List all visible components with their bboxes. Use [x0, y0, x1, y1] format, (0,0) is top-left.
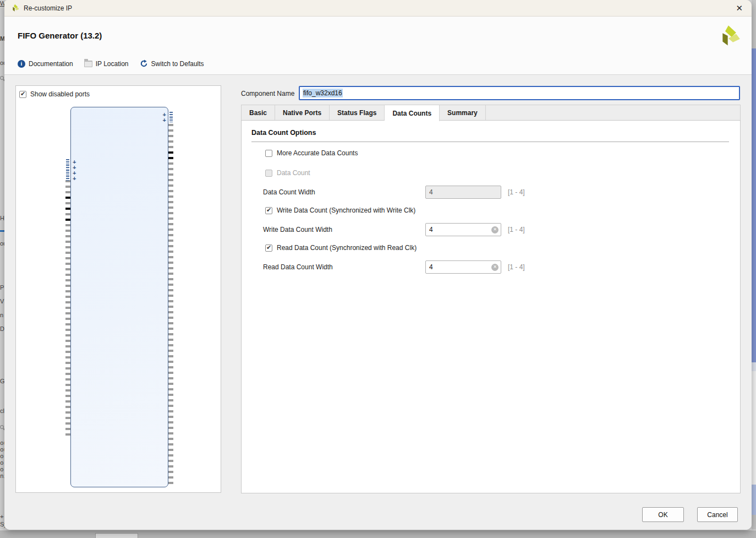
section-title: Data Count Options — [251, 129, 316, 137]
expand-port-group-icon[interactable]: + — [163, 112, 166, 117]
tab-summary[interactable]: Summary — [440, 105, 486, 121]
ip-title: FIFO Generator (13.2) — [18, 31, 102, 40]
background-panel-fragment — [752, 485, 756, 515]
tab-basic[interactable]: Basic — [242, 105, 275, 121]
dialog-title: Re-customize IP — [24, 4, 72, 12]
background-panel-fragment — [752, 362, 756, 371]
read-data-count-width-range: [1 - 4] — [508, 260, 525, 274]
search-icon — [0, 76, 4, 80]
clear-icon[interactable]: ✕ — [491, 264, 498, 271]
component-name-value: fifo_w32xd16 — [303, 89, 343, 97]
component-name-input[interactable]: fifo_w32xd16 — [299, 86, 740, 100]
expand-port-group-icon[interactable]: + — [73, 160, 76, 164]
background-text-fragment: P — [0, 284, 4, 291]
write-data-count-label: Write Data Count (Synchronized with Writ… — [277, 206, 415, 214]
write-data-count-checkbox[interactable]: Write Data Count (Synchronized with Writ… — [265, 206, 415, 214]
switch-to-defaults-button[interactable]: Switch to Defaults — [140, 59, 204, 68]
background-text-fragment: n — [0, 312, 3, 318]
show-disabled-ports-checkbox[interactable]: Show disabled ports — [19, 90, 90, 98]
data-count-width-label: Data Count Width — [263, 186, 315, 199]
expand-port-group-icon[interactable]: + — [73, 171, 76, 175]
ip-symbol-block[interactable]: ++++++ — [70, 107, 168, 487]
read-data-count-checkbox[interactable]: Read Data Count (Synchronized with Read … — [265, 244, 417, 252]
checkbox-icon[interactable] — [265, 150, 272, 157]
xilinx-icon — [11, 4, 19, 12]
tab-data-counts[interactable]: Data Counts — [385, 105, 440, 121]
data-count-checkbox: Data Count — [265, 169, 310, 177]
tab-bar: Basic Native Ports Status Flags Data Cou… — [241, 105, 741, 121]
expand-port-group-icon[interactable]: + — [73, 165, 76, 170]
clear-icon[interactable]: ✕ — [491, 226, 498, 233]
checkbox-icon[interactable] — [265, 244, 272, 252]
toolbar: i Documentation IP Location Switch to De… — [18, 59, 204, 68]
info-icon: i — [18, 60, 25, 68]
refresh-icon — [140, 59, 148, 68]
dialog-main: Show disabled ports ++++++ Component Nam… — [4, 75, 752, 530]
dialog-titlebar: Re-customize IP ✕ — [4, 0, 752, 17]
background-text-fragment: V — [0, 298, 4, 305]
checkbox-icon[interactable] — [19, 91, 26, 98]
write-data-count-width-range: [1 - 4] — [508, 223, 525, 236]
write-data-count-width-input[interactable] — [425, 223, 501, 236]
write-data-count-width-label: Write Data Count Width — [263, 223, 332, 236]
more-accurate-data-counts-checkbox[interactable]: More Accurate Data Counts — [265, 149, 358, 157]
checkbox-icon — [265, 170, 272, 177]
data-count-width-range: [1 - 4] — [508, 186, 525, 199]
ip-symbol-panel: Show disabled ports ++++++ — [15, 85, 221, 493]
close-icon[interactable]: ✕ — [733, 3, 745, 13]
read-data-count-label: Read Data Count (Synchronized with Read … — [277, 244, 417, 252]
documentation-button[interactable]: i Documentation — [18, 60, 73, 68]
recustomize-ip-dialog: Re-customize IP ✕ FIFO Generator (13.2) … — [4, 0, 752, 530]
switch-to-defaults-label: Switch to Defaults — [151, 60, 204, 68]
background-window-bottom-widget — [95, 533, 138, 538]
background-window-right-sliver — [752, 0, 756, 538]
ip-location-button[interactable]: IP Location — [84, 60, 129, 68]
tab-status-flags[interactable]: Status Flags — [330, 105, 385, 121]
background-text-fragment: D — [0, 325, 4, 332]
section-divider — [251, 142, 729, 142]
component-name-label: Component Name — [241, 86, 294, 101]
more-accurate-data-counts-label: More Accurate Data Counts — [277, 149, 358, 157]
background-panel-fragment — [752, 0, 756, 48]
background-panel-fragment — [752, 48, 756, 362]
dialog-header: FIFO Generator (13.2) i Documentation IP… — [4, 17, 752, 75]
xilinx-logo — [717, 24, 741, 47]
search-icon — [0, 425, 4, 429]
background-window-bottom-sliver — [0, 530, 756, 538]
data-count-width-input — [425, 186, 501, 199]
checkbox-icon[interactable] — [265, 207, 272, 214]
background-panel-fragment — [752, 371, 756, 485]
data-counts-panel: Data Count Options More Accurate Data Co… — [241, 120, 741, 493]
folder-icon — [84, 61, 92, 67]
ip-location-label: IP Location — [96, 60, 129, 68]
expand-port-group-icon[interactable]: + — [73, 176, 76, 181]
show-disabled-ports-label: Show disabled ports — [30, 90, 90, 98]
read-data-count-width-input[interactable] — [425, 260, 501, 274]
read-data-count-width-label: Read Data Count Width — [263, 260, 333, 274]
data-count-label: Data Count — [277, 169, 310, 177]
documentation-label: Documentation — [29, 60, 73, 68]
cancel-button[interactable]: Cancel — [697, 507, 738, 522]
expand-port-group-icon[interactable]: + — [163, 118, 166, 122]
tab-native-ports[interactable]: Native Ports — [275, 105, 330, 121]
background-text-fragment: cl — [0, 407, 4, 414]
ok-button[interactable]: OK — [642, 507, 684, 522]
